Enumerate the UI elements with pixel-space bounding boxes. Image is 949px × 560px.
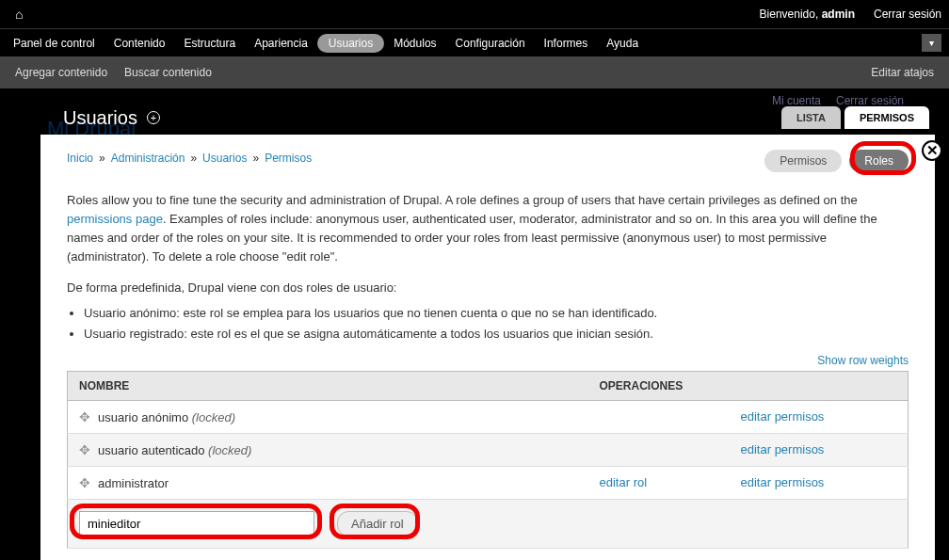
admin-menu: Panel de control Contenido Estructura Ap…: [0, 28, 949, 56]
list-item: Usuario anónimo: este rol se emplea para…: [84, 304, 909, 323]
shortcut-search-content[interactable]: Buscar contenido: [124, 66, 212, 79]
show-row-weights-link[interactable]: Show row weights: [817, 354, 909, 367]
table-row: ✥administrator editar rol editar permiso…: [68, 466, 909, 499]
menu-ayuda[interactable]: Ayuda: [597, 32, 648, 55]
edit-role-link[interactable]: editar rol: [600, 475, 648, 489]
subtab-permisos[interactable]: Permisos: [764, 150, 842, 172]
add-role-button[interactable]: Añadir rol: [337, 511, 418, 536]
edit-perms-link[interactable]: editar permisos: [741, 409, 825, 424]
intro-text: Roles allow you to fine tune the securit…: [67, 191, 909, 267]
menu-modulos[interactable]: Módulos: [384, 32, 445, 55]
list-item: Usuario registrado: este rol es el que s…: [84, 325, 909, 344]
shortcut-bar: Agregar contenido Buscar contenido Edita…: [0, 56, 949, 88]
menu-contenido[interactable]: Contenido: [105, 32, 175, 55]
menu-configuracion[interactable]: Configuración: [446, 32, 535, 55]
tab-lista[interactable]: LISTA: [781, 106, 841, 129]
permissions-page-link[interactable]: permissions page: [67, 212, 163, 226]
logout-link[interactable]: Cerrar sesión: [874, 8, 941, 21]
welcome-text: Bienvenido, admin: [760, 8, 855, 21]
tab-permisos[interactable]: PERMISOS: [844, 106, 929, 129]
home-icon[interactable]: ⌂: [15, 7, 23, 22]
menu-informes[interactable]: Informes: [535, 32, 598, 55]
default-roles-text: De forma predefinida, Drupal viene con d…: [67, 280, 909, 295]
add-shortcut-icon[interactable]: +: [147, 111, 160, 124]
col-operaciones: OPERACIONES: [588, 371, 909, 400]
drag-handle-icon[interactable]: ✥: [79, 409, 90, 424]
shortcut-add-content[interactable]: Agregar contenido: [15, 66, 107, 79]
drag-handle-icon[interactable]: ✥: [79, 475, 90, 490]
role-name-input[interactable]: [79, 511, 314, 536]
table-row: ✥usuario autenticado (locked) editar per…: [68, 433, 909, 466]
table-row: ✥usuario anónimo (locked) editar permiso…: [68, 400, 909, 433]
menu-estructura[interactable]: Estructura: [174, 32, 245, 55]
edit-perms-link[interactable]: editar permisos: [741, 442, 825, 456]
add-role-row: Añadir rol: [68, 499, 909, 548]
menu-apariencia[interactable]: Apariencia: [245, 32, 317, 55]
roles-table: NOMBRE OPERACIONES ✥usuario anónimo (loc…: [67, 371, 909, 549]
close-icon[interactable]: ✕: [922, 140, 942, 161]
col-nombre: NOMBRE: [68, 371, 588, 400]
drag-handle-icon[interactable]: ✥: [79, 442, 90, 457]
subtab-roles[interactable]: Roles: [849, 150, 909, 172]
edit-shortcuts[interactable]: Editar atajos: [871, 66, 934, 79]
overlay-panel: Usuarios + LISTA PERMISOS ✕ Inicio» Admi…: [40, 101, 935, 560]
menu-usuarios[interactable]: Usuarios: [317, 34, 384, 53]
dropdown-icon[interactable]: ▾: [922, 34, 941, 52]
menu-panel-control[interactable]: Panel de control: [4, 32, 105, 55]
admin-topbar: ⌂ Bienvenido, admin Cerrar sesión: [0, 0, 949, 28]
edit-perms-link[interactable]: editar permisos: [741, 475, 825, 489]
default-roles-list: Usuario anónimo: este rol se emplea para…: [84, 304, 909, 344]
page-title: Usuarios +: [40, 107, 160, 129]
